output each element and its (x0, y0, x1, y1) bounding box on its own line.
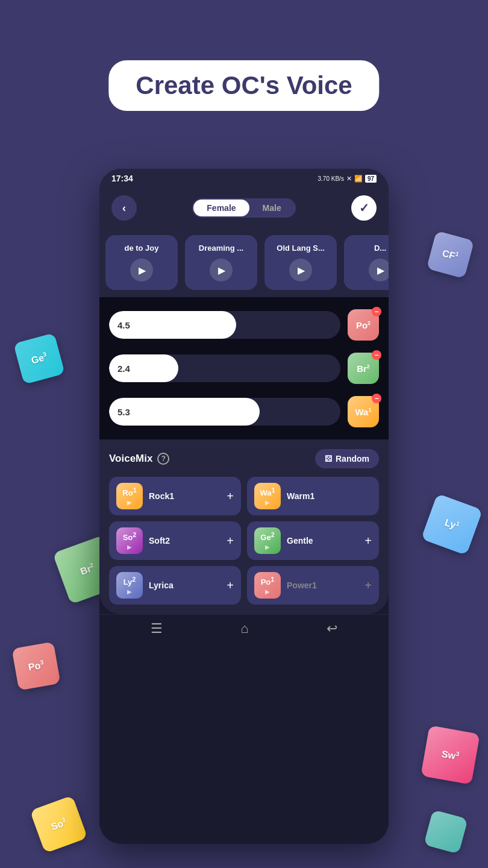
voice-grid: Ro1 ▶ Rock1 + Wa1 ▶ Warm1 So2 ▶ (109, 477, 379, 605)
slider-container-1[interactable]: 2.4 (109, 354, 340, 382)
voice-item-gentle[interactable]: Ge2 ▶ Gentle + (247, 521, 379, 560)
page-title: Create OC's Voice (108, 60, 379, 111)
slider-row-0: 4.5 Po2 − (109, 309, 379, 341)
voice-add-soft2[interactable]: + (227, 534, 234, 548)
confirm-button[interactable]: ✓ (351, 195, 377, 221)
voice-item-soft2[interactable]: So2 ▶ Soft2 + (109, 521, 241, 560)
song-title-2: Old Lang S... (277, 244, 324, 253)
floating-card-so3: So3 (30, 795, 87, 853)
song-card-1[interactable]: Dreaming ... ▶ (185, 235, 257, 290)
voice-add-gentle[interactable]: + (364, 534, 372, 548)
voice-chip-0[interactable]: Po2 − (348, 309, 379, 341)
chip-minus-2[interactable]: − (372, 394, 381, 403)
play-button-0[interactable]: ▶ (130, 259, 153, 281)
voice-item-lyrica[interactable]: Ly2 ▶ Lyrica + (109, 566, 241, 605)
song-list: de to Joy ▶ Dreaming ... ▶ Old Lang S...… (99, 228, 389, 297)
song-title-0: de to Joy (124, 244, 158, 253)
voice-chip-warm1: Wa1 ▶ (254, 483, 281, 509)
voice-chip-rock1: Ro1 ▶ (116, 483, 143, 509)
random-button[interactable]: ⚄ Random (315, 449, 379, 468)
header: ‹ Female Male ✓ (99, 188, 389, 228)
voice-add-rock1[interactable]: + (227, 489, 234, 503)
gender-toggle: Female Male (192, 198, 295, 218)
chip-minus-1[interactable]: − (372, 350, 381, 360)
song-card-2[interactable]: Old Lang S... ▶ (264, 235, 337, 290)
voice-item-warm1[interactable]: Wa1 ▶ Warm1 (247, 477, 379, 515)
random-label: Random (336, 454, 369, 464)
floating-card-cf1: CF1 (427, 231, 475, 279)
female-button[interactable]: Female (193, 200, 249, 216)
nav-back-icon[interactable]: ↩ (327, 621, 337, 637)
slider-row-2: 5.3 Wa1 − (109, 396, 379, 427)
voice-add-lyrica[interactable]: + (227, 579, 234, 593)
song-title-1: Dreaming ... (199, 244, 243, 253)
dice-icon: ⚄ (325, 454, 332, 464)
slider-value-0: 4.5 (117, 320, 130, 330)
song-card-3[interactable]: D... ▶ (344, 235, 389, 290)
voice-add-power1[interactable]: + (364, 579, 372, 593)
voice-name-power1: Power1 (287, 580, 358, 590)
slider-container-0[interactable]: 4.5 (109, 311, 340, 339)
song-title-3: D... (374, 244, 386, 253)
voice-chip-2[interactable]: Wa1 − (348, 396, 379, 427)
battery-indicator: 97 (365, 175, 377, 183)
back-button[interactable]: ‹ (111, 195, 137, 221)
slider-value-2: 5.3 (117, 407, 130, 417)
floating-card-teal (424, 810, 468, 854)
play-button-3[interactable]: ▶ (369, 259, 389, 281)
status-icons: 3.70 KB/s ✕ 📶 97 (318, 175, 377, 183)
nav-menu-icon[interactable]: ☰ (151, 621, 163, 637)
male-button[interactable]: Male (249, 200, 295, 216)
voice-name-lyrica: Lyrica (149, 580, 221, 590)
play-button-1[interactable]: ▶ (210, 259, 233, 281)
floating-card-sw3: Sw3 (421, 725, 480, 784)
status-bar: 17:34 3.70 KB/s ✕ 📶 97 (99, 169, 389, 188)
floating-card-ly1: Ly1 (421, 494, 483, 556)
voice-chip-soft2: So2 ▶ (116, 527, 143, 554)
floating-card-po3: Po3 (11, 641, 60, 690)
voice-chip-power1: Po1 ▶ (254, 572, 281, 599)
voice-name-soft2: Soft2 (149, 536, 221, 546)
voicemix-header: VoiceMix ? ⚄ Random (109, 449, 379, 468)
chip-minus-0[interactable]: − (372, 307, 381, 316)
slider-section: 4.5 Po2 − 2.4 Br2 − (99, 297, 389, 439)
voice-chip-gentle: Ge2 ▶ (254, 527, 281, 554)
slider-container-2[interactable]: 5.3 (109, 398, 340, 426)
voice-item-power1[interactable]: Po1 ▶ Power1 + (247, 566, 379, 605)
voice-name-rock1: Rock1 (149, 491, 221, 501)
floating-card-ge3: Ge3 (13, 333, 65, 385)
bottom-nav: ☰ ⌂ ↩ (99, 614, 389, 643)
voicemix-title: VoiceMix (109, 453, 152, 465)
voice-name-warm1: Warm1 (287, 491, 372, 501)
voicemix-section: VoiceMix ? ⚄ Random Ro1 ▶ Rock1 + (99, 439, 389, 614)
slider-value-1: 2.4 (117, 363, 130, 374)
voice-chip-1[interactable]: Br2 − (348, 353, 379, 384)
slider-row-1: 2.4 Br2 − (109, 353, 379, 384)
play-button-2[interactable]: ▶ (289, 259, 312, 281)
nav-home-icon[interactable]: ⌂ (240, 621, 248, 637)
voice-name-gentle: Gentle (287, 536, 358, 546)
voice-chip-lyrica: Ly2 ▶ (116, 572, 143, 599)
song-card-0[interactable]: de to Joy ▶ (105, 235, 178, 290)
status-time: 17:34 (111, 174, 133, 183)
phone-frame: 17:34 3.70 KB/s ✕ 📶 97 ‹ Female Male ✓ d… (99, 169, 389, 844)
voice-item-rock1[interactable]: Ro1 ▶ Rock1 + (109, 477, 241, 515)
help-icon[interactable]: ? (157, 453, 169, 465)
